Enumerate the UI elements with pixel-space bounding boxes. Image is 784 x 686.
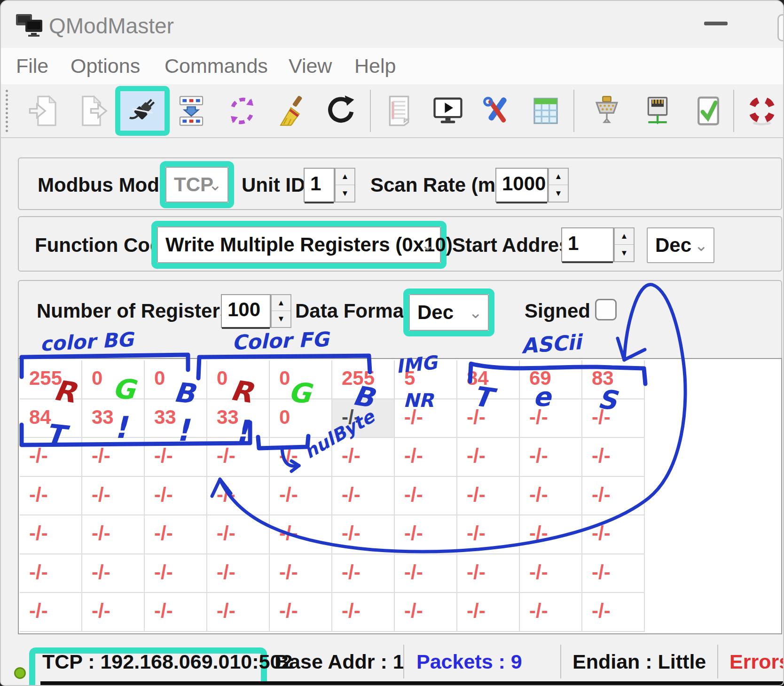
data-format-select[interactable]: Dec ⌄ xyxy=(409,294,489,331)
start-address-format-select[interactable]: Dec ⌄ xyxy=(647,227,714,263)
register-cell[interactable]: -/- xyxy=(145,593,207,632)
register-cell[interactable]: -/- xyxy=(520,554,582,593)
connect-icon[interactable] xyxy=(126,94,159,127)
menu-file[interactable]: File xyxy=(16,55,48,78)
start-monitor-icon[interactable] xyxy=(431,94,464,127)
scan-rate-spinbox[interactable]: 1000 ▲▼ xyxy=(495,168,548,203)
start-address-spin-buttons[interactable]: ▲▼ xyxy=(614,227,635,262)
signed-checkbox[interactable] xyxy=(595,299,617,320)
load-session-icon[interactable] xyxy=(28,94,61,127)
title-bar[interactable]: QModMaster xyxy=(1,1,783,48)
register-cell[interactable]: -/- xyxy=(457,593,520,632)
scan-icon[interactable] xyxy=(175,94,208,127)
register-cell[interactable]: 0 xyxy=(270,360,332,399)
register-cell[interactable]: -/- xyxy=(207,515,270,554)
register-cell[interactable]: -/- xyxy=(395,438,457,477)
menu-help[interactable]: Help xyxy=(354,55,396,78)
register-cell[interactable]: 0 xyxy=(270,399,332,438)
register-cell[interactable]: -/- xyxy=(582,438,645,477)
register-cell[interactable]: -/- xyxy=(582,399,645,438)
register-cell[interactable]: -/- xyxy=(270,593,332,632)
unit-id-spinbox[interactable]: 1 ▲▼ xyxy=(304,168,335,203)
maximize-button[interactable] xyxy=(777,14,784,41)
register-cell[interactable]: -/- xyxy=(332,399,395,438)
start-address-spinbox[interactable]: 1 ▲▼ xyxy=(561,227,614,262)
registers-table-icon[interactable] xyxy=(529,94,562,127)
register-cell[interactable]: 33 xyxy=(82,399,145,438)
register-cell[interactable]: -/- xyxy=(20,515,82,554)
reset-counters-icon[interactable] xyxy=(226,94,259,127)
register-cell[interactable]: -/- xyxy=(582,554,645,593)
register-cell[interactable]: 0 xyxy=(82,360,145,399)
register-cell[interactable]: -/- xyxy=(145,438,207,477)
register-cell[interactable]: -/- xyxy=(145,515,207,554)
register-cell[interactable]: -/- xyxy=(457,554,520,593)
menu-view[interactable]: View xyxy=(289,55,332,78)
register-cell[interactable]: -/- xyxy=(207,593,270,632)
minimize-button[interactable] xyxy=(704,22,728,25)
register-cell[interactable]: -/- xyxy=(145,554,207,593)
register-cell[interactable]: -/- xyxy=(582,515,645,554)
register-cell[interactable]: 83 xyxy=(582,360,645,399)
modbus-log-icon[interactable] xyxy=(383,94,416,127)
clear-broom-icon[interactable] xyxy=(274,94,307,127)
register-cell[interactable]: -/- xyxy=(270,438,332,477)
register-cell[interactable]: -/- xyxy=(20,438,82,477)
register-cell[interactable]: 33 xyxy=(145,399,207,438)
save-session-icon[interactable] xyxy=(78,94,110,127)
register-cell[interactable]: -/- xyxy=(82,477,145,516)
reload-icon[interactable] xyxy=(324,94,357,127)
register-cell[interactable]: -/- xyxy=(82,438,145,477)
register-cell[interactable]: -/- xyxy=(395,554,457,593)
register-cell[interactable]: -/- xyxy=(207,438,270,477)
register-cell[interactable]: -/- xyxy=(270,477,332,516)
number-of-registers-spin-buttons[interactable]: ▲▼ xyxy=(271,294,291,328)
number-of-registers-spinbox[interactable]: 100 ▲▼ xyxy=(221,294,271,328)
register-cell[interactable]: -/- xyxy=(457,477,520,516)
register-cell[interactable]: -/- xyxy=(520,477,582,516)
register-cell[interactable]: -/- xyxy=(395,477,457,516)
register-cell[interactable]: -/- xyxy=(332,515,395,554)
menu-options[interactable]: Options xyxy=(71,55,140,78)
register-cell[interactable]: 84 xyxy=(457,360,520,399)
register-cell[interactable]: -/- xyxy=(20,477,82,516)
register-cell[interactable]: -/- xyxy=(520,593,582,632)
register-cell[interactable]: -/- xyxy=(332,593,395,632)
register-cell[interactable]: -/- xyxy=(332,554,395,593)
register-cell[interactable]: -/- xyxy=(207,554,270,593)
register-cell[interactable]: -/- xyxy=(332,438,395,477)
register-cell[interactable]: 69 xyxy=(520,360,582,399)
register-cell[interactable]: -/- xyxy=(270,515,332,554)
tcp-settings-icon[interactable] xyxy=(641,94,674,127)
register-cell[interactable]: -/- xyxy=(395,399,457,438)
register-cell[interactable]: -/- xyxy=(520,399,582,438)
register-cell[interactable]: -/- xyxy=(457,515,520,554)
register-cell[interactable]: -/- xyxy=(582,477,645,516)
register-cell[interactable]: -/- xyxy=(82,593,145,632)
register-cell[interactable]: 0 xyxy=(207,360,270,399)
unit-check-icon[interactable] xyxy=(692,94,725,127)
help-icon[interactable] xyxy=(745,94,778,127)
register-cell[interactable]: -/- xyxy=(270,554,332,593)
register-cell[interactable]: -/- xyxy=(82,515,145,554)
register-cell[interactable]: 5 xyxy=(395,360,457,399)
serial-settings-icon[interactable] xyxy=(590,94,623,127)
register-cell[interactable]: -/- xyxy=(582,593,645,632)
register-cell[interactable]: -/- xyxy=(82,554,145,593)
register-cell[interactable]: -/- xyxy=(145,477,207,516)
register-cell[interactable]: -/- xyxy=(520,438,582,477)
register-cell[interactable]: -/- xyxy=(332,477,395,516)
register-cell[interactable]: 255 xyxy=(20,360,82,399)
unit-id-spin-buttons[interactable]: ▲▼ xyxy=(335,168,355,203)
scan-rate-spin-buttons[interactable]: ▲▼ xyxy=(548,168,569,203)
register-cell[interactable]: -/- xyxy=(207,477,270,516)
settings-tools-icon[interactable] xyxy=(480,94,513,127)
register-cell[interactable]: -/- xyxy=(20,593,82,632)
register-cell[interactable]: -/- xyxy=(457,438,520,477)
menu-commands[interactable]: Commands xyxy=(165,55,268,78)
register-cell[interactable]: -/- xyxy=(457,399,520,438)
register-cell[interactable]: -/- xyxy=(395,593,457,632)
modbus-mode-select[interactable]: TCP ⌄ xyxy=(165,167,228,203)
register-cell[interactable]: -/- xyxy=(20,554,82,593)
toolbar-drag-handle[interactable] xyxy=(6,90,8,132)
